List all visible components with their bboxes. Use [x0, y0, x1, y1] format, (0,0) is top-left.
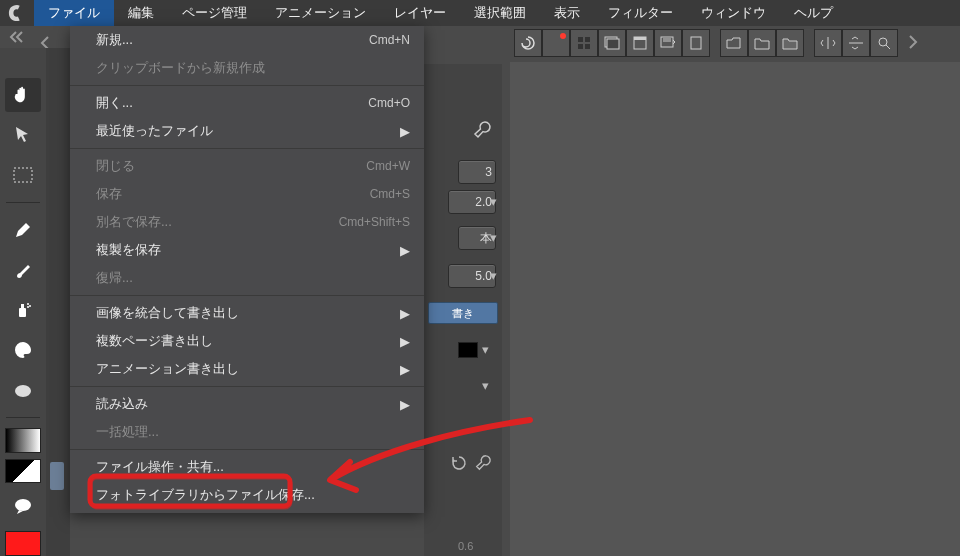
spray-tool-icon[interactable] [5, 293, 41, 327]
menu-page[interactable]: ページ管理 [168, 0, 261, 26]
menu-view[interactable]: 表示 [540, 0, 594, 26]
svg-rect-11 [14, 168, 32, 182]
menu-animation[interactable]: アニメーション [261, 0, 380, 26]
marquee-tool-icon[interactable] [5, 158, 41, 192]
menu-item-label: 別名で保存... [96, 213, 339, 231]
menu-item-label: 一括処理... [96, 423, 410, 441]
menu-item-label: 復帰... [96, 269, 410, 287]
menu-selection[interactable]: 選択範囲 [460, 0, 540, 26]
bottom-value: 0.6 [458, 540, 473, 552]
gradient-swatch[interactable] [5, 428, 41, 453]
menu-item-16[interactable]: 読み込み▶ [70, 390, 424, 418]
menu-item-9[interactable]: 複製を保存▶ [70, 236, 424, 264]
menu-item-label: ファイル操作・共有... [96, 458, 410, 476]
folder-closed-icon[interactable] [776, 29, 804, 57]
svg-rect-9 [691, 37, 701, 49]
doc-icon[interactable] [682, 29, 710, 57]
chevron-down-icon[interactable]: ▾ [490, 230, 504, 244]
svg-point-17 [15, 385, 31, 397]
record-dot-icon[interactable] [542, 29, 570, 57]
menu-item-1: クリップボードから新規作成 [70, 54, 424, 82]
vmirror-icon[interactable] [842, 29, 870, 57]
hand-tool-icon[interactable] [5, 78, 41, 112]
chevron-down-icon[interactable]: ▾ [490, 194, 504, 208]
folder-icon[interactable] [748, 29, 776, 57]
sub-chip[interactable] [50, 462, 64, 490]
menu-layer[interactable]: レイヤー [380, 0, 460, 26]
blob-tool-icon[interactable] [5, 373, 41, 407]
svg-point-16 [27, 306, 29, 308]
menu-item-20[interactable]: フォトライブラリからファイル保存... [70, 481, 424, 509]
chevron-right-icon[interactable] [908, 35, 918, 52]
menu-item-13[interactable]: 複数ページ書き出し▶ [70, 327, 424, 355]
field-5.0[interactable]: 5.0 [448, 264, 496, 288]
field-2.0[interactable]: 2.0 [448, 190, 496, 214]
grid-icon[interactable] [570, 29, 598, 57]
menu-file[interactable]: ファイル [34, 0, 114, 26]
pointer-tool-icon[interactable] [5, 118, 41, 152]
menu-item-8: 別名で保存...Cmd+Shift+S [70, 208, 424, 236]
menubar: ファイル 編集 ページ管理 アニメーション レイヤー 選択範囲 表示 フィルター… [0, 0, 960, 26]
pen-tool-icon[interactable] [5, 213, 41, 247]
menu-filter[interactable]: フィルター [594, 0, 687, 26]
menu-item-shortcut: Cmd+W [366, 159, 410, 173]
svg-rect-13 [21, 304, 24, 308]
panel-icon[interactable] [626, 29, 654, 57]
mid-panel: 3 2.0 ▾ 本 ▾ 5.0 ▾ 書き ▾ ▾ 0.6 [424, 64, 502, 556]
svg-rect-7 [634, 37, 646, 40]
color-chip[interactable] [458, 342, 478, 358]
menu-item-17: 一括処理... [70, 418, 424, 446]
menu-item-label: 画像を統合して書き出し [96, 304, 400, 322]
field-3[interactable]: 3 [458, 160, 496, 184]
active-tab[interactable]: 書き [428, 302, 498, 324]
hmirror-icon[interactable] [814, 29, 842, 57]
red-swatch[interactable] [5, 531, 41, 556]
submenu-arrow-icon: ▶ [400, 124, 410, 139]
wrench-icon[interactable] [472, 120, 494, 142]
svg-rect-8 [661, 37, 673, 47]
menu-item-label: クリップボードから新規作成 [96, 59, 410, 77]
window-icon[interactable] [654, 29, 682, 57]
zoom-icon[interactable] [870, 29, 898, 57]
menu-item-0[interactable]: 新規...Cmd+N [70, 26, 424, 54]
spiral-icon[interactable] [514, 29, 542, 57]
bw-swatch[interactable] [5, 459, 41, 484]
svg-rect-2 [578, 44, 583, 49]
menu-separator [70, 295, 424, 296]
chevron-down-icon[interactable]: ▾ [482, 378, 496, 392]
brush-tool-icon[interactable] [5, 253, 41, 287]
palette-tool-icon[interactable] [5, 333, 41, 367]
bubble-tool-icon[interactable] [5, 489, 41, 523]
svg-rect-5 [607, 39, 619, 49]
menu-item-14[interactable]: アニメーション書き出し▶ [70, 355, 424, 383]
sub-palette [46, 48, 70, 556]
menu-item-10: 復帰... [70, 264, 424, 292]
menu-item-19[interactable]: ファイル操作・共有... [70, 453, 424, 481]
menu-edit[interactable]: 編集 [114, 0, 168, 26]
chevron-down-icon[interactable]: ▾ [490, 268, 504, 282]
wrench-icon[interactable] [474, 454, 492, 475]
app-logo-icon[interactable] [0, 0, 34, 26]
collapse-chevrons-icon[interactable] [0, 26, 34, 48]
menu-separator [70, 449, 424, 450]
menu-window[interactable]: ウィンドウ [687, 0, 780, 26]
menu-item-3[interactable]: 開く...Cmd+O [70, 89, 424, 117]
menu-help[interactable]: ヘルプ [780, 0, 847, 26]
refresh-icon[interactable] [450, 454, 468, 475]
submenu-arrow-icon: ▶ [400, 243, 410, 258]
menu-item-shortcut: Cmd+S [370, 187, 410, 201]
menu-item-4[interactable]: 最近使ったファイル▶ [70, 117, 424, 145]
menu-item-label: 新規... [96, 31, 369, 49]
menu-item-label: 開く... [96, 94, 368, 112]
folder-open-icon[interactable] [720, 29, 748, 57]
stack-icon[interactable] [598, 29, 626, 57]
menu-item-shortcut: Cmd+O [368, 96, 410, 110]
submenu-arrow-icon: ▶ [400, 306, 410, 321]
submenu-arrow-icon: ▶ [400, 334, 410, 349]
menu-item-12[interactable]: 画像を統合して書き出し▶ [70, 299, 424, 327]
menu-item-label: 最近使ったファイル [96, 122, 400, 140]
menu-item-label: アニメーション書き出し [96, 360, 400, 378]
chevron-down-icon[interactable]: ▾ [482, 342, 496, 356]
menu-item-label: フォトライブラリからファイル保存... [96, 486, 410, 504]
menu-item-label: 保存 [96, 185, 370, 203]
